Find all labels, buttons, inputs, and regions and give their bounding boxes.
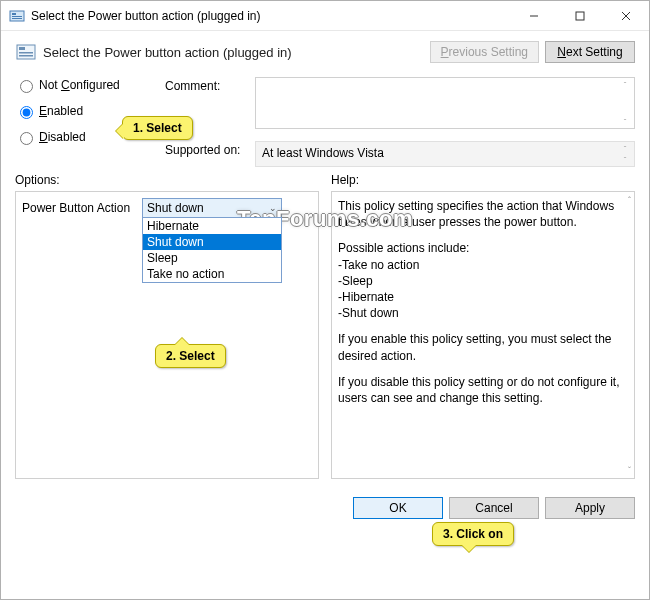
radio-not-configured[interactable]: Not Configured [15, 77, 165, 93]
comment-textarea[interactable]: ˆˇ [255, 77, 635, 129]
minimize-button[interactable] [511, 1, 557, 30]
help-paragraph: If you enable this policy setting, you m… [338, 331, 628, 363]
svg-rect-11 [19, 55, 33, 57]
dropdown-item[interactable]: Take no action [143, 266, 281, 282]
close-button[interactable] [603, 1, 649, 30]
dropdown-list: HibernateShut downSleepTake no action [142, 217, 282, 283]
svg-rect-1 [12, 13, 16, 15]
dropdown-value: Shut down [147, 201, 204, 215]
window-titlebar: Select the Power button action (plugged … [1, 1, 649, 31]
ok-button[interactable]: OK [353, 497, 443, 519]
dropdown-item[interactable]: Hibernate [143, 218, 281, 234]
page-icon [15, 41, 37, 63]
power-button-action-label: Power Button Action [22, 201, 142, 215]
options-panel: Power Button Action Shut down ⌄ Hibernat… [15, 191, 319, 479]
chevron-down-icon[interactable]: ˇ [618, 117, 632, 126]
app-icon [9, 8, 25, 24]
dropdown-item[interactable]: Shut down [143, 234, 281, 250]
help-paragraph: This policy setting specifies the action… [338, 198, 628, 230]
svg-rect-5 [576, 12, 584, 20]
chevron-up-icon: ˆ [618, 144, 632, 153]
supported-label: Supported on: [165, 141, 255, 167]
svg-rect-3 [12, 18, 22, 19]
dropdown-item[interactable]: Sleep [143, 250, 281, 266]
svg-rect-10 [19, 52, 33, 54]
chevron-up-icon[interactable]: ˆ [618, 80, 632, 89]
dialog-footer: OK Cancel Apply [1, 489, 649, 527]
maximize-button[interactable] [557, 1, 603, 30]
window-title: Select the Power button action (plugged … [31, 9, 511, 23]
apply-button[interactable]: Apply [545, 497, 635, 519]
power-button-action-dropdown[interactable]: Shut down ⌄ HibernateShut downSleepTake … [142, 198, 282, 218]
help-paragraph: Possible actions include:-Take no action… [338, 240, 628, 321]
callout-select-2: 2. Select [155, 344, 226, 368]
chevron-down-icon: ˇ [618, 155, 632, 164]
chevron-down-icon[interactable]: ˇ [628, 465, 631, 475]
chevron-down-icon: ⌄ [269, 203, 277, 213]
supported-on-text: At least Windows Vista [262, 146, 384, 160]
chevron-up-icon[interactable]: ˆ [628, 195, 631, 205]
help-heading: Help: [331, 173, 635, 187]
previous-setting-button: Previous Setting [430, 41, 539, 63]
window-controls [511, 1, 649, 30]
help-paragraph: If you disable this policy setting or do… [338, 374, 628, 406]
svg-rect-9 [19, 47, 25, 50]
svg-rect-2 [12, 16, 22, 17]
callout-select-1: 1. Select [122, 116, 193, 140]
cancel-button[interactable]: Cancel [449, 497, 539, 519]
supported-on-box: At least Windows Vista ˆˇ [255, 141, 635, 167]
callout-click-on: 3. Click on [432, 522, 514, 546]
options-heading: Options: [15, 173, 319, 187]
next-setting-button[interactable]: Next Setting [545, 41, 635, 63]
help-text: This policy setting specifies the action… [338, 198, 628, 406]
help-panel: ˆ This policy setting specifies the acti… [331, 191, 635, 479]
page-title: Select the Power button action (plugged … [43, 45, 292, 60]
